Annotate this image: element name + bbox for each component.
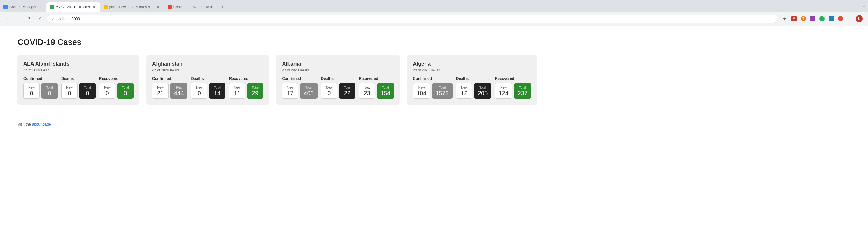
deaths-total-value: 205 (478, 90, 488, 96)
confirmed-total-label: Total (45, 86, 54, 89)
tab-close-button[interactable]: ✕ (156, 5, 161, 9)
forward-button[interactable]: → (15, 14, 23, 23)
footer-text: Visit the (18, 122, 32, 126)
home-button[interactable]: ⌂ (36, 14, 44, 23)
confirmed-group: Confirmed New 0 Total 0 (23, 76, 58, 99)
confirmed-total-label: Total (174, 86, 184, 89)
tab-label: json - How to pass array of obje... (109, 5, 154, 9)
recovered-total-value: 0 (121, 90, 130, 96)
confirmed-pair: New 0 Total 0 (23, 83, 58, 99)
recovered-label: Recovered (229, 76, 263, 81)
confirmed-pair: New 21 Total 444 (152, 83, 187, 99)
deaths-pair: New 12 Total 205 (456, 83, 491, 99)
reload-button[interactable]: ↻ (26, 14, 34, 23)
bookmark-icon[interactable]: ★ (780, 14, 789, 23)
ext-icon-4[interactable] (818, 14, 826, 23)
about-page-link[interactable]: about page (32, 122, 51, 126)
confirmed-total-value: 444 (174, 90, 184, 96)
tab-favicon (168, 5, 172, 9)
confirmed-label: Confirmed (282, 76, 317, 81)
deaths-new-box: New 0 (321, 83, 337, 99)
new-tab-button[interactable]: + (860, 2, 868, 10)
deaths-new-label: New (460, 86, 469, 89)
deaths-new-value: 0 (325, 90, 334, 96)
deaths-new-box: New 0 (61, 83, 78, 99)
recovered-total-box: Total 0 (117, 83, 133, 99)
more-button[interactable]: ⋮ (846, 14, 854, 23)
deaths-pair: New 0 Total 14 (191, 83, 225, 99)
recovered-new-value: 11 (233, 90, 241, 96)
ext-icon-6[interactable] (837, 14, 845, 23)
stats-container: Confirmed New 21 Total 444 Deaths (152, 76, 263, 99)
tab-label: Convert an ISO date to the date... (174, 5, 218, 9)
confirmed-new-value: 17 (286, 90, 294, 96)
confirmed-new-value: 104 (417, 90, 426, 96)
recovered-label: Recovered (99, 76, 133, 81)
recovered-new-label: New (103, 86, 112, 89)
footer: Visit the about page (0, 116, 868, 132)
ext-icon-1[interactable]: M (790, 14, 798, 23)
recovered-new-value: 23 (363, 90, 371, 96)
deaths-total-box: Total 0 (79, 83, 96, 99)
ext-icon-5[interactable] (827, 14, 835, 23)
confirmed-group: Confirmed New 21 Total 444 (152, 76, 187, 99)
country-date: As of 2020-04-09 (413, 68, 531, 72)
stats-container: Confirmed New 0 Total 0 Deaths (23, 76, 133, 99)
ext-icon-3[interactable] (808, 14, 817, 23)
recovered-new-box: New 0 (99, 83, 116, 99)
country-date: As of 2020-04-09 (282, 68, 394, 72)
recovered-new-box: New 11 (229, 83, 245, 99)
tab-tab4[interactable]: Convert an ISO date to the date... ✕ (164, 2, 228, 12)
confirmed-label: Confirmed (413, 76, 453, 81)
deaths-new-value: 0 (65, 90, 74, 96)
recovered-new-label: New (499, 86, 508, 89)
tab-label: Content Manager (9, 5, 36, 9)
browser-chrome: Content Manager ✕ My COVID-19 Tracker ✕ … (0, 0, 868, 26)
deaths-new-value: 0 (195, 90, 204, 96)
tab-tab3[interactable]: json - How to pass array of obje... ✕ (100, 2, 164, 12)
recovered-total-label: Total (381, 86, 391, 89)
confirmed-label: Confirmed (23, 76, 58, 81)
deaths-new-label: New (195, 86, 204, 89)
deaths-total-label: Total (478, 86, 488, 89)
confirmed-total-value: 1572 (436, 90, 449, 96)
recovered-new-value: 0 (103, 90, 112, 96)
tab-close-button[interactable]: ✕ (220, 5, 225, 9)
confirmed-total-label: Total (436, 86, 449, 89)
recovered-total-box: Total 29 (247, 83, 263, 99)
deaths-total-label: Total (213, 86, 222, 89)
tab-tab1[interactable]: Content Manager ✕ (0, 2, 46, 12)
tab-close-button[interactable]: ✕ (92, 5, 96, 9)
recovered-total-value: 154 (381, 90, 391, 96)
recovered-total-value: 29 (251, 90, 259, 96)
recovered-pair: New 0 Total 0 (99, 83, 133, 99)
deaths-new-label: New (325, 86, 334, 89)
confirmed-total-box: Total 0 (41, 83, 58, 99)
country-card-2: Albania As of 2020-04-09 Confirmed New 1… (276, 55, 400, 105)
deaths-group: Deaths New 0 Total 22 (321, 76, 355, 99)
recovered-group: Recovered New 0 Total 0 (99, 76, 133, 99)
confirmed-label: Confirmed (152, 76, 187, 81)
ext-icon-2[interactable]: T (799, 14, 807, 23)
confirmed-total-label: Total (304, 86, 313, 89)
tab-close-button[interactable]: ✕ (38, 5, 43, 9)
country-name: Afghanistan (152, 61, 263, 67)
user-avatar[interactable]: U (855, 14, 863, 23)
recovered-new-box: New 124 (495, 83, 512, 99)
country-date: As of 2020-04-09 (23, 68, 133, 72)
confirmed-new-label: New (417, 86, 426, 89)
country-name: Albania (282, 61, 394, 67)
deaths-label: Deaths (321, 76, 355, 81)
url-bar[interactable]: ○ localhost:3000 (46, 14, 778, 23)
lock-icon: ○ (52, 16, 54, 21)
recovered-total-label: Total (251, 86, 259, 89)
confirmed-new-value: 21 (156, 90, 165, 96)
confirmed-total-box: Total 444 (170, 83, 187, 99)
confirmed-new-label: New (286, 86, 294, 89)
recovered-total-value: 237 (518, 90, 527, 96)
back-button[interactable]: ← (5, 14, 13, 23)
confirmed-pair: New 104 Total 1572 (413, 83, 453, 99)
deaths-total-box: Total 22 (339, 83, 355, 99)
country-card-1: Afghanistan As of 2020-04-09 Confirmed N… (146, 55, 269, 105)
tab-tab2[interactable]: My COVID-19 Tracker ✕ (46, 2, 100, 12)
